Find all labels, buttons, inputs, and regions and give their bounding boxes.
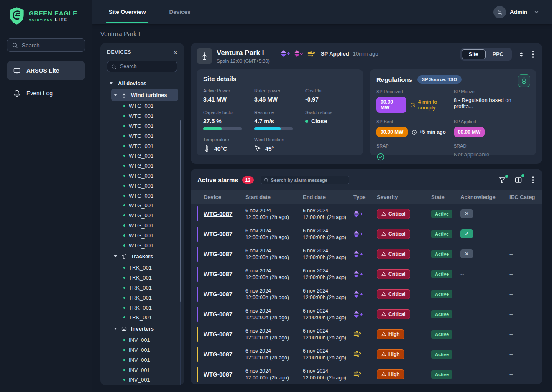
alarm-count-badge: 12 [242,176,254,184]
end-date: 6 nov 202412:00:00h (2h ago) [303,288,353,301]
device-link[interactable]: WTG-0087 [204,331,232,338]
column-header[interactable]: State [431,194,460,200]
acknowledge-x-button[interactable]: ✕ [460,209,473,218]
device-label: WTG_001 [129,222,153,229]
device-link[interactable]: WTG-0087 [204,231,232,237]
alarm-search[interactable] [261,176,349,184]
columns-icon[interactable] [514,176,522,184]
collapse-panel-icon[interactable]: « [174,48,177,56]
device-link[interactable]: WTG-0087 [204,291,232,298]
tree-device-item[interactable]: INV_001 [100,375,184,385]
search-icon [111,64,117,69]
active-alarms-title: Active alarms [197,176,238,183]
device-link[interactable]: WTG-0087 [204,371,232,378]
iec-category: -- [509,251,542,257]
toggle-option-ppc[interactable]: PPC [486,49,511,59]
sidebar-search-input[interactable] [22,42,80,48]
device-link[interactable]: WTG-0087 [204,311,232,318]
device-status-dot [123,316,125,318]
tree-device-item[interactable]: WTG_001 [100,111,184,121]
toggle-option-site[interactable]: Site [462,49,486,59]
tab-devices[interactable]: Devices [167,0,193,24]
tree-device-item[interactable]: INV_001 [100,335,184,345]
setpoint-type-icon [353,250,377,258]
column-header[interactable]: Device [204,194,245,200]
tab-site-overview[interactable]: Site Overview [106,0,148,24]
tree-device-item[interactable]: WTG_001 [100,161,184,171]
device-status-dot [123,267,125,269]
tree-device-item[interactable]: WTG_001 [100,121,184,131]
tree-device-item[interactable]: WTG_001 [100,151,184,161]
severity-accent-bar [197,206,198,221]
device-link[interactable]: WTG-0087 [204,351,232,358]
device-link[interactable]: WTG-0087 [204,211,232,217]
kebab-menu-icon[interactable] [531,50,536,59]
device-label: TRK_001 [129,295,152,301]
device-label: INV_001 [129,377,150,383]
tree-group-inverters[interactable]: Inverters [111,323,178,335]
tree-device-item[interactable]: INV_001 [100,365,184,375]
tree-device-item[interactable]: WTG_001 [100,221,184,231]
tree-device-item[interactable]: WTG_001 [100,211,184,221]
tree-device-item[interactable]: TRK_001 [100,283,184,293]
site-ppc-toggle: Site PPC [460,48,512,61]
tree-device-item[interactable]: WTG_001 [100,181,184,191]
column-header[interactable]: Severity [377,194,431,200]
tree-scrollbar[interactable] [180,120,181,385]
sidebar-search[interactable] [7,38,85,52]
devices-search-input[interactable] [120,64,173,69]
column-header[interactable]: Acknowledge [460,194,509,200]
filter-icon[interactable] [498,176,506,184]
iec-category: -- [509,351,542,357]
tree-device-item[interactable]: WTG_001 [100,131,184,141]
page-title: Ventura Park I [100,30,140,37]
end-date: 6 nov 202412:00:00h (2h ago) [303,328,353,341]
device-link[interactable]: WTG-0087 [204,251,232,257]
tree-device-item[interactable]: TRK_001 [100,313,184,323]
iec-category: -- [509,271,542,277]
column-header[interactable]: Type [353,194,377,200]
kebab-menu-icon[interactable] [531,176,536,184]
user-menu[interactable]: Admin [493,6,552,18]
state-badge: Active [431,370,452,379]
tree-group-trackers[interactable]: Trackers [111,250,178,263]
sidebar-item-event-log[interactable]: Event Log [7,84,85,103]
tree-device-item[interactable]: WTG_001 [100,191,184,201]
tree-device-item[interactable]: TRK_001 [100,263,184,273]
devices-search[interactable] [107,61,177,72]
device-status-dot [123,125,125,127]
alarm-row: WTG-00876 nov 202412:00:00h (2h ago)6 no… [191,284,542,304]
tree-group-wind-turbines[interactable]: Wind turbines [111,89,178,101]
column-header[interactable]: End date [303,194,353,200]
tree-device-item[interactable]: TRK_001 [100,273,184,283]
tree-device-item[interactable]: TRK_001 [100,303,184,313]
tree-device-item[interactable]: TRK_001 [100,293,184,303]
tree-device-item[interactable]: WTG_001 [100,171,184,181]
srap: SRAP [376,143,454,163]
column-header[interactable]: IEC Categ [509,194,542,200]
sidebar-item-arsos-lite[interactable]: ARSOS Lite [7,61,85,80]
acknowledge-check-button[interactable]: ✓ [460,229,473,238]
column-header[interactable]: Start date [245,194,303,200]
tree-scrollbar-thumb[interactable] [180,120,181,302]
device-link[interactable]: WTG-0087 [204,271,232,277]
acknowledge-x-button[interactable]: ✕ [460,249,473,258]
tree-device-item[interactable]: WTG_001 [100,101,184,111]
tree-device-item[interactable]: WTG_001 [100,141,184,151]
severity-accent-bar [197,227,198,242]
tree-device-item[interactable]: INV_001 [100,345,184,355]
severity-accent-bar [197,287,198,302]
devices-panel: DEVICES « All devices Wind turbines WTG_… [100,43,184,385]
avatar [493,6,506,18]
alarm-search-input[interactable] [271,178,346,183]
tree-device-item[interactable]: WTG_001 [100,230,184,240]
robot-automation-button[interactable] [518,74,530,87]
tree-root-all-devices[interactable]: All devices [100,78,184,89]
tree-device-item[interactable]: WTG_001 [100,240,184,250]
setpoint-type-icon [353,230,377,238]
device-status-dot [123,369,125,371]
setpoint-type-icon [353,290,377,298]
sort-icon[interactable] [518,51,525,58]
tree-device-item[interactable]: INV_001 [100,355,184,365]
tree-device-item[interactable]: WTG_001 [100,201,184,211]
